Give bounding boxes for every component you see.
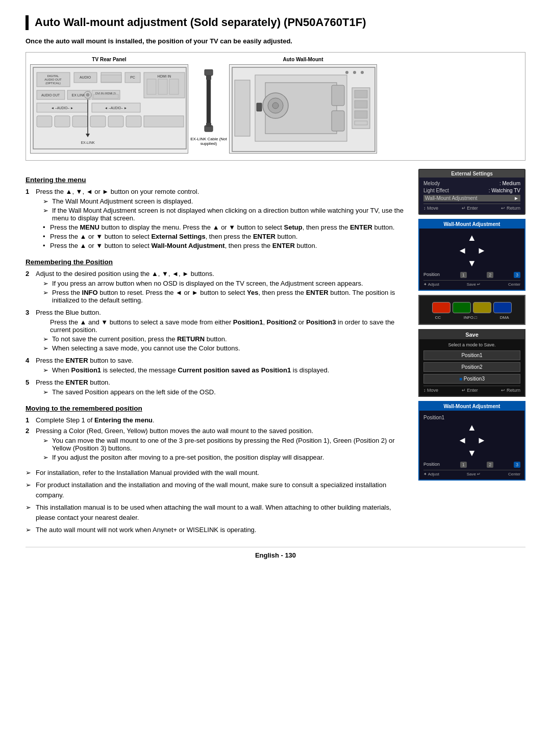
sub-item: Press the ▲ and ▼ buttons to select a sa… [43,318,410,334]
svg-text:AUDIO OUT: AUDIO OUT [44,78,62,81]
svg-point-54 [345,71,348,74]
arrow-sym: ➢ [43,344,50,352]
step-number: 1 [26,416,33,424]
wma-positions-2: Position 1 2 3 [423,462,520,468]
right-column: External Settings Melody : Medium Light … [418,169,525,538]
arrow-sym: ➢ [43,280,50,287]
wallmount-value: ► [514,195,519,201]
left-arrow-icon-2: ◄ [458,435,467,446]
svg-rect-35 [126,116,141,127]
remembering-steps: 2 Adjust to the desired position using t… [26,270,410,397]
panel-row-wallmount: Wall-Mount Adjustment ► [423,195,520,201]
svg-rect-31 [55,116,70,127]
light-value: : Watching TV [489,188,520,193]
wall-mount-svg [229,64,377,154]
svg-text:EX LINK: EX LINK [72,93,86,97]
pos-3-b: 3 [514,462,520,468]
panel-row-melody: Melody : Medium [423,181,520,186]
svg-point-55 [353,71,356,74]
note-item: ➢ This installation manual is to be used… [26,502,410,522]
down-arrow-icon-2: ▼ [467,448,477,459]
svg-rect-46 [235,80,250,136]
down-arrow-icon: ▼ [467,258,477,269]
entering-menu-header: Entering the menu [26,176,410,184]
sub-list: Press the ▲ and ▼ buttons to select a sa… [36,318,410,352]
step-number: 5 [26,379,33,397]
svg-rect-52 [332,85,344,106]
svg-rect-32 [72,116,88,127]
wma-adjust-2: ✦ Adjust [423,472,439,476]
moving-steps: 1 Complete Step 1 of Entering the menu. … [26,416,410,463]
svg-text:AUDIO: AUDIO [80,75,91,79]
note-text: This installation manual is to be used w… [36,502,410,522]
pos-1-b: 1 [460,462,467,468]
step-text: Pressing a Color (Red, Green, Yellow) bu… [36,427,313,435]
sub-text: When selecting a save mode, you cannot u… [52,344,240,352]
svg-text:AUDIO OUT: AUDIO OUT [41,93,60,97]
step-text: Adjust to the desired position using the… [36,270,214,278]
status-enter: ↵ Enter [462,206,478,211]
step-item: 3 Press the Blue button. Press the ▲ and… [26,309,410,354]
light-label: Light Effect [423,188,449,193]
step-content: Press the ENTER button to save. ➢ When P… [36,357,410,375]
wallmount-label: Wall-Mount Adjustment [425,195,477,201]
pos-1: 1 [460,272,467,278]
remembering-header: Remembering the Position [26,258,410,266]
wma-center: Center [508,282,520,287]
step-number: 1 [26,188,33,251]
svg-text:EX-LINK: EX-LINK [81,141,95,144]
remote-buttons-row [423,302,520,313]
bullet-sym: • [43,233,48,240]
external-settings-status: ↕ Move ↵ Enter ↩ Return [423,204,520,211]
sub-list: ➢ When Position1 is selected, the messag… [36,366,410,374]
tv-rear-svg: DIGITAL AUDIO OUT (OPTICAL) AUDIO PC-IN … [30,64,188,154]
page-subtitle: Once the auto wall mount is installed, t… [26,37,525,45]
right-arrow-icon: ► [477,245,486,256]
sub-list: ➢ The Wall Mount Adjustment screen is di… [36,197,410,249]
step-content: Press the Blue button. Press the ▲ and ▼… [36,309,410,354]
step-text: Press the ENTER button. [36,379,110,386]
sub-item: ➢ When Position1 is selected, the messag… [43,366,410,374]
svg-rect-15 [158,79,167,94]
svg-rect-16 [169,79,179,94]
current-position-label: Position1 [423,415,520,420]
remote-buttons-panel: CC INFO.□ DMA [418,295,525,325]
arrow-sym: ➢ [43,388,50,396]
wma-status-1: ✦ Adjust Save ↵ Center [423,280,520,287]
sub-text: The Wall Mount Adjustment screen is disp… [52,197,193,205]
sub-item: ➢ The Wall Mount Adjustment screen is di… [43,197,410,205]
wall-mount-label: Auto Wall-Mount [283,57,323,62]
sub-item: • Press the MENU button to display the m… [43,223,410,231]
right-arrow-icon-2: ► [477,435,486,446]
svg-rect-40 [205,69,213,75]
red-button [432,302,450,313]
step-number: 3 [26,309,33,354]
svg-rect-33 [90,116,106,127]
wma-save-2: Save ↵ [467,472,481,476]
step-number: 2 [26,270,33,306]
svg-rect-25 [93,94,118,98]
entering-menu-steps: 1 Press the ▲, ▼, ◄ or ► button on your … [26,188,410,251]
note-text: The auto wall mount will not work when A… [36,525,256,535]
notes-list: ➢ For installation, refer to the Install… [26,468,410,535]
sub-item: ➢ You can move the wall mount to one of … [43,437,410,452]
sub-item: ➢ If the Wall Mount Adjustment screen is… [43,207,410,222]
bullet-sym: • [43,242,48,249]
sub-text: If you adjust the positon after moving t… [52,453,324,461]
step-item: 1 Press the ▲, ▼, ◄ or ► button on your … [26,188,410,251]
sub-text: Press the ▲ or ▼ button to select Extern… [50,233,297,240]
svg-rect-53 [332,111,344,131]
svg-point-56 [361,71,364,74]
step-number: 2 [26,427,33,463]
svg-text:PC: PC [130,75,135,79]
remote-labels-row: CC INFO.□ DMA [423,315,520,320]
sub-item: ➢ To not save the current position, pres… [43,335,410,343]
sub-text: If you press an arrow button when no OSD… [52,280,363,287]
svg-point-51 [272,103,279,109]
sub-list: ➢ If you press an arrow button when no O… [36,280,410,304]
cc-label: CC [435,315,441,320]
svg-rect-62 [257,103,262,111]
note-arrow: ➢ [26,502,33,522]
step-content: Complete Step 1 of Entering the menu. [36,416,410,424]
arrow-sym: ➢ [43,207,50,222]
